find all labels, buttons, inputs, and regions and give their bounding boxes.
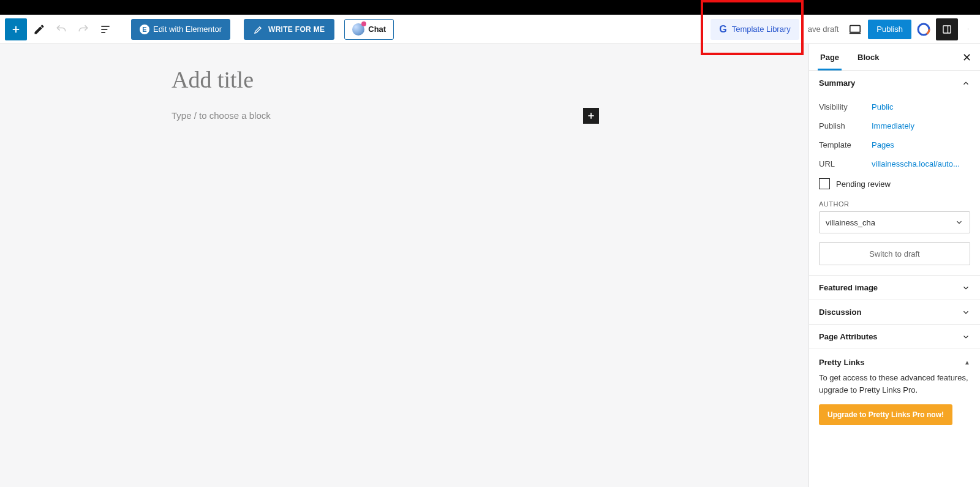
write-for-me-button[interactable]: WRITE FOR ME: [244, 19, 334, 40]
undo-button[interactable]: [51, 20, 71, 39]
chevron-down-icon: [962, 308, 970, 317]
pretty-links-panel: Pretty Links ▲ To get access to these ad…: [809, 349, 980, 435]
checkbox-icon: [819, 178, 830, 189]
pending-review-label: Pending review: [836, 179, 891, 189]
publish-date-label: Publish: [819, 121, 872, 130]
document-overview-button[interactable]: [96, 20, 115, 39]
switch-to-draft-button[interactable]: Switch to draft: [819, 242, 970, 265]
discussion-heading: Discussion: [819, 308, 861, 317]
page-attributes-heading: Page Attributes: [819, 332, 878, 341]
chevron-down-icon: [962, 333, 970, 341]
svg-point-11: [968, 29, 968, 29]
discussion-panel-toggle[interactable]: Discussion: [809, 300, 980, 324]
template-value[interactable]: Pages: [872, 140, 894, 149]
editor-toolbar: E Edit with Elementor WRITE FOR ME Chat …: [0, 15, 980, 44]
add-block-toolbar-button[interactable]: [5, 18, 27, 40]
write-for-me-label: WRITE FOR ME: [268, 25, 325, 34]
featured-image-panel-toggle[interactable]: Featured image: [809, 276, 980, 300]
publish-date-value[interactable]: Immediately: [872, 121, 914, 130]
save-draft-button[interactable]: ave draft: [804, 25, 843, 34]
publish-button[interactable]: Publish: [868, 20, 911, 39]
browser-top-bar: [0, 0, 980, 15]
settings-sidebar-toggle[interactable]: [936, 18, 958, 40]
chat-button[interactable]: Chat: [344, 19, 394, 40]
edit-with-elementor-button[interactable]: E Edit with Elementor: [131, 19, 230, 40]
post-title-input[interactable]: [172, 66, 637, 93]
author-heading: AUTHOR: [819, 200, 970, 208]
close-sidebar-button[interactable]: ✕: [962, 51, 971, 64]
elementor-icon: E: [140, 25, 149, 34]
editor-canvas[interactable]: Type / to choose a block: [0, 44, 809, 487]
add-block-inline-button[interactable]: [583, 108, 599, 124]
svg-point-12: [968, 29, 968, 30]
elementor-label: Edit with Elementor: [153, 25, 222, 34]
featured-image-heading: Featured image: [819, 283, 878, 292]
pretty-links-panel-toggle[interactable]: Pretty Links ▲: [809, 349, 980, 372]
settings-sidebar: Page Block ✕ Summary Visibility Public P…: [809, 44, 980, 487]
url-value[interactable]: villainesscha.local/auto...: [872, 159, 960, 168]
svg-rect-8: [943, 26, 951, 33]
summary-panel: Summary Visibility Public Publish Immedi…: [809, 71, 980, 276]
chat-notification-dot: [361, 21, 366, 26]
preview-button[interactable]: [847, 23, 863, 36]
summary-heading: Summary: [819, 78, 855, 88]
tab-block[interactable]: Block: [855, 44, 881, 70]
visibility-label: Visibility: [819, 102, 872, 111]
visibility-value[interactable]: Public: [872, 102, 893, 111]
redo-button[interactable]: [74, 20, 93, 39]
author-select[interactable]: villainess_cha: [819, 211, 970, 233]
more-options-button[interactable]: [963, 18, 975, 40]
plugin-g-icon[interactable]: [916, 22, 931, 37]
tab-page[interactable]: Page: [818, 44, 842, 70]
template-library-button[interactable]: G Template Library: [710, 19, 799, 40]
sidebar-tabs: Page Block ✕: [809, 44, 980, 71]
page-attributes-panel-toggle[interactable]: Page Attributes: [809, 325, 980, 349]
block-placeholder-text[interactable]: Type / to choose a block: [172, 110, 271, 121]
template-label: Template: [819, 140, 872, 149]
svg-rect-5: [850, 25, 861, 32]
summary-panel-toggle[interactable]: Summary: [809, 71, 980, 95]
triangle-up-icon: ▲: [964, 359, 970, 366]
template-library-icon: G: [719, 24, 726, 35]
chat-avatar-icon: [352, 23, 364, 36]
chevron-up-icon: [962, 79, 970, 88]
chevron-down-icon: [962, 284, 970, 292]
tools-button[interactable]: [29, 20, 49, 39]
post-title-wrapper[interactable]: [172, 66, 637, 93]
svg-point-10: [968, 28, 968, 29]
chat-label: Chat: [368, 25, 386, 34]
pretty-links-description: To get access to these advanced features…: [809, 372, 980, 404]
chevron-down-icon: [955, 218, 963, 227]
pretty-links-upgrade-button[interactable]: Upgrade to Pretty Links Pro now!: [819, 404, 952, 425]
url-label: URL: [819, 159, 872, 168]
author-value: villainess_cha: [826, 218, 875, 227]
template-library-label: Template Library: [732, 25, 791, 34]
pending-review-checkbox[interactable]: Pending review: [819, 173, 970, 197]
pretty-links-heading: Pretty Links: [819, 358, 864, 367]
magic-pen-icon: [254, 25, 263, 34]
